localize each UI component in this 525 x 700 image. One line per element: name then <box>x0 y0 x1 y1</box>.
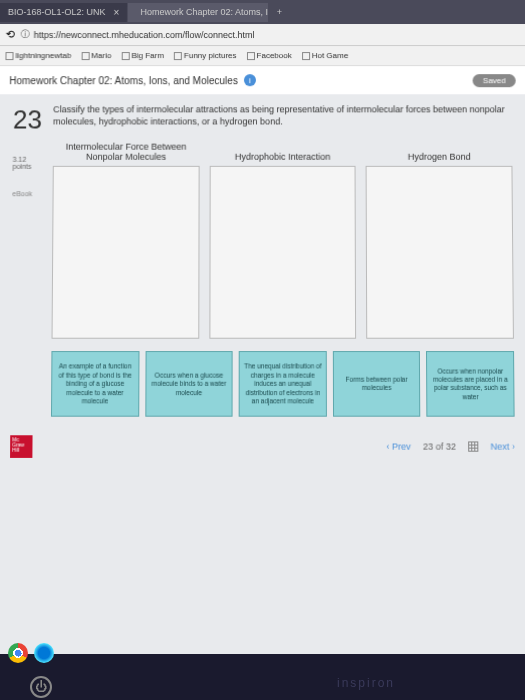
question-number: 23 <box>13 104 53 135</box>
page-icon <box>247 52 255 60</box>
browser-tab-bar: BIO-168-OL1-OL2: UNK × Homework Chapter … <box>0 0 525 24</box>
draggable-card[interactable]: An example of a function of this type of… <box>51 351 139 417</box>
grid-icon[interactable] <box>468 442 478 452</box>
draggable-card[interactable]: Occurs when a glucose molecule binds to … <box>145 351 233 417</box>
page-icon <box>81 52 89 60</box>
bookmark-item[interactable]: Mario <box>81 51 111 60</box>
dropzone-label: Hydrophobic Interaction <box>209 138 356 166</box>
secure-icon[interactable]: ⓘ <box>21 28 30 41</box>
browser-icon[interactable] <box>34 643 54 663</box>
dropzone-label: Hydrogen Bond <box>366 138 513 166</box>
draggable-card[interactable]: Occurs when nonpolar molecules are place… <box>426 351 514 417</box>
bookmark-item[interactable]: lightningnewtab <box>5 51 71 60</box>
assignment-title: Homework Chapter 02: Atoms, Ions, and Mo… <box>9 75 238 86</box>
dropzone-hydrogen-bond[interactable] <box>366 166 514 339</box>
dropzone-label: Intermolecular Force Between Nonpolar Mo… <box>53 138 200 166</box>
bookmark-item[interactable]: Funny pictures <box>174 51 237 60</box>
position-indicator: 23 of 32 <box>423 442 456 452</box>
os-taskbar <box>0 640 525 666</box>
bookmark-item[interactable]: Hot Game <box>302 51 349 60</box>
points-value: 3.12 <box>13 156 53 163</box>
address-bar: ⟲ ⓘ https://newconnect.mheducation.com/f… <box>0 24 525 46</box>
page-icon <box>5 52 13 60</box>
draggable-card[interactable]: Forms between polar molecules <box>333 351 421 417</box>
bookmark-item[interactable]: Facebook <box>247 51 292 60</box>
browser-tab[interactable]: Homework Chapter 02: Atoms, Io × <box>128 2 268 21</box>
points-label: points <box>13 163 53 170</box>
tab-title: BIO-168-OL1-OL2: UNK <box>8 7 106 17</box>
laptop-brand: inspiron <box>337 676 395 690</box>
chrome-icon[interactable] <box>8 643 28 663</box>
ebook-link[interactable]: eBook <box>12 190 52 197</box>
reload-icon[interactable]: ⟲ <box>6 28 15 41</box>
close-icon[interactable]: × <box>113 6 119 17</box>
power-button: ⏻ <box>30 676 52 698</box>
question-footer: Mc Graw Hill ‹ Prev 23 of 32 Next › <box>0 427 525 466</box>
assignment-header: Homework Chapter 02: Atoms, Ions, and Mo… <box>0 66 525 94</box>
question-sidebar: 23 3.12 points eBook <box>10 104 53 417</box>
bookmarks-bar: lightningnewtab Mario Big Farm Funny pic… <box>0 46 525 66</box>
browser-tab[interactable]: BIO-168-OL1-OL2: UNK × <box>0 2 127 21</box>
page-content: Homework Chapter 02: Atoms, Ions, and Mo… <box>0 66 525 466</box>
bookmark-item[interactable]: Big Farm <box>121 51 164 60</box>
tab-title: Homework Chapter 02: Atoms, Io <box>140 7 268 17</box>
draggable-card[interactable]: The unequal distribution of charges in a… <box>239 351 327 417</box>
dropzone-nonpolar[interactable] <box>52 166 200 339</box>
card-tray: An example of a function of this type of… <box>51 351 515 417</box>
page-icon <box>121 52 129 60</box>
dropzone-row: Intermolecular Force Between Nonpolar Mo… <box>52 138 514 339</box>
page-icon <box>302 52 310 60</box>
mcgraw-hill-logo[interactable]: Mc Graw Hill <box>10 436 33 459</box>
info-icon[interactable]: i <box>244 74 256 86</box>
saved-badge: Saved <box>473 74 516 87</box>
next-button[interactable]: Next › <box>490 442 514 452</box>
url-text[interactable]: https://newconnect.mheducation.com/flow/… <box>34 30 255 40</box>
dropzone-hydrophobic[interactable] <box>209 166 356 339</box>
prev-button[interactable]: ‹ Prev <box>386 442 410 452</box>
question-prompt: Classify the types of intermolecular att… <box>53 104 512 128</box>
new-tab-button[interactable]: + <box>269 7 289 17</box>
page-icon <box>174 52 182 60</box>
